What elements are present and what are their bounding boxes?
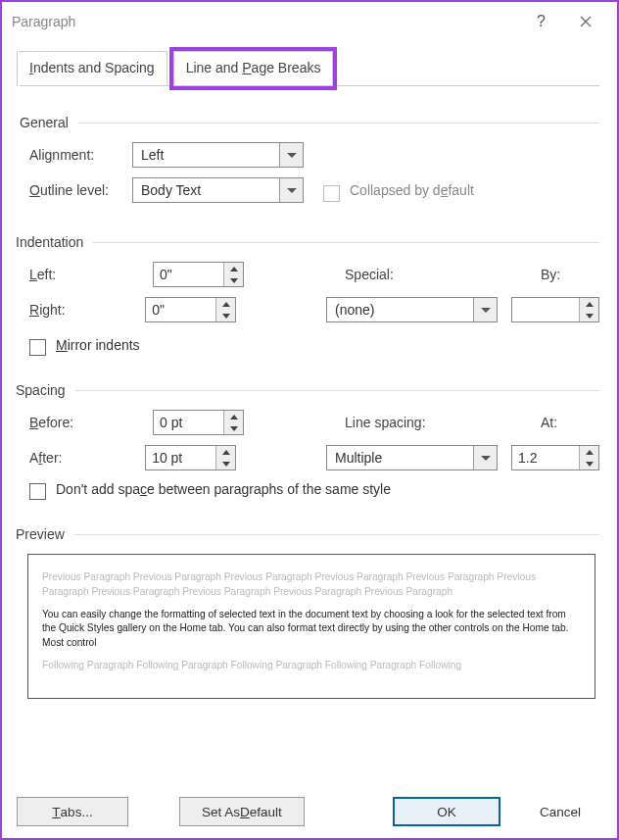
line-spacing-combo[interactable]: Multiple <box>326 445 498 470</box>
window-title: Paragraph <box>12 14 75 29</box>
spin-up-icon[interactable] <box>580 446 598 458</box>
group-preview: Preview Previous Paragraph Previous Para… <box>20 526 599 699</box>
button-row: Tabs... Set As Default OK Cancel <box>17 797 602 826</box>
spin-down-icon[interactable] <box>580 458 598 469</box>
spin-down-icon[interactable] <box>224 274 243 286</box>
spin-up-icon[interactable] <box>580 298 598 310</box>
title-bar: Paragraph ? <box>2 2 617 41</box>
space-after-label: After: <box>29 450 145 466</box>
indent-left-label: Left: <box>29 267 153 282</box>
indent-left-input[interactable]: 0" <box>153 262 244 287</box>
space-before-input[interactable]: 0 pt <box>153 410 244 435</box>
preview-box: Previous Paragraph Previous Paragraph Pr… <box>27 554 595 699</box>
outline-level-label: Outline level: <box>29 182 132 198</box>
by-input[interactable] <box>511 297 599 322</box>
tab-strip: Indents and Spacing Line and Page Breaks <box>2 41 617 86</box>
indent-right-label: Right: <box>29 302 145 318</box>
dont-add-space-checkbox[interactable] <box>29 483 46 500</box>
preview-sample-text: You can easily change the formatting of … <box>42 608 581 651</box>
group-preview-label: Preview <box>16 526 65 542</box>
chevron-down-icon[interactable] <box>279 143 303 167</box>
spin-down-icon[interactable] <box>580 310 598 321</box>
space-after-input[interactable]: 10 pt <box>145 445 236 470</box>
space-before-label: Before: <box>29 415 153 430</box>
mirror-indents-checkbox[interactable] <box>29 339 46 356</box>
close-button[interactable] <box>563 7 607 36</box>
group-general-label: General <box>20 115 69 130</box>
set-default-button[interactable]: Set As Default <box>179 797 305 826</box>
collapsed-label: Collapsed by default <box>350 182 474 198</box>
spin-up-icon[interactable] <box>216 446 235 458</box>
by-label: By: <box>541 267 599 282</box>
preview-following-text: Following Paragraph Following Paragraph … <box>42 659 581 673</box>
spin-up-icon[interactable] <box>224 411 243 422</box>
alignment-combo[interactable]: Left <box>132 142 304 168</box>
close-icon <box>580 16 592 27</box>
at-input[interactable]: 1.2 <box>511 445 599 470</box>
line-spacing-label: Line spacing: <box>345 415 472 430</box>
group-spacing-label: Spacing <box>16 382 66 398</box>
at-label: At: <box>541 415 599 430</box>
dont-add-space-label: Don't add space between paragraphs of th… <box>56 481 391 497</box>
tab-line-page-breaks[interactable]: Line and Page Breaks <box>173 51 334 86</box>
spin-down-icon[interactable] <box>216 458 235 469</box>
spin-down-icon[interactable] <box>216 310 235 321</box>
special-label: Special: <box>345 267 438 282</box>
group-indentation-label: Indentation <box>16 234 83 250</box>
tab-indents-spacing[interactable]: Indents and Spacing <box>17 51 167 86</box>
group-general: General Alignment: Left Outline level: B… <box>20 115 599 203</box>
mirror-indents-label: Mirror indents <box>56 337 140 353</box>
tabs-button[interactable]: Tabs... <box>17 797 128 826</box>
chevron-down-icon[interactable] <box>473 298 497 321</box>
spin-up-icon[interactable] <box>224 263 243 274</box>
group-indentation: Indentation Left: 0" Special: By: Right:… <box>20 234 599 353</box>
spin-up-icon[interactable] <box>216 298 235 310</box>
indent-right-input[interactable]: 0" <box>145 297 236 322</box>
chevron-down-icon[interactable] <box>473 446 497 469</box>
alignment-label: Alignment: <box>29 147 132 163</box>
ok-button[interactable]: OK <box>393 797 500 826</box>
spin-down-icon[interactable] <box>224 422 243 434</box>
chevron-down-icon[interactable] <box>279 178 303 202</box>
preview-previous-text: Previous Paragraph Previous Paragraph Pr… <box>42 570 581 600</box>
group-spacing: Spacing Before: 0 pt Line spacing: At: A… <box>20 382 599 497</box>
outline-level-combo[interactable]: Body Text <box>132 177 304 203</box>
special-combo[interactable]: (none) <box>326 297 498 322</box>
help-button[interactable]: ? <box>519 7 563 36</box>
collapsed-checkbox <box>323 185 340 202</box>
cancel-button[interactable]: Cancel <box>518 797 602 826</box>
